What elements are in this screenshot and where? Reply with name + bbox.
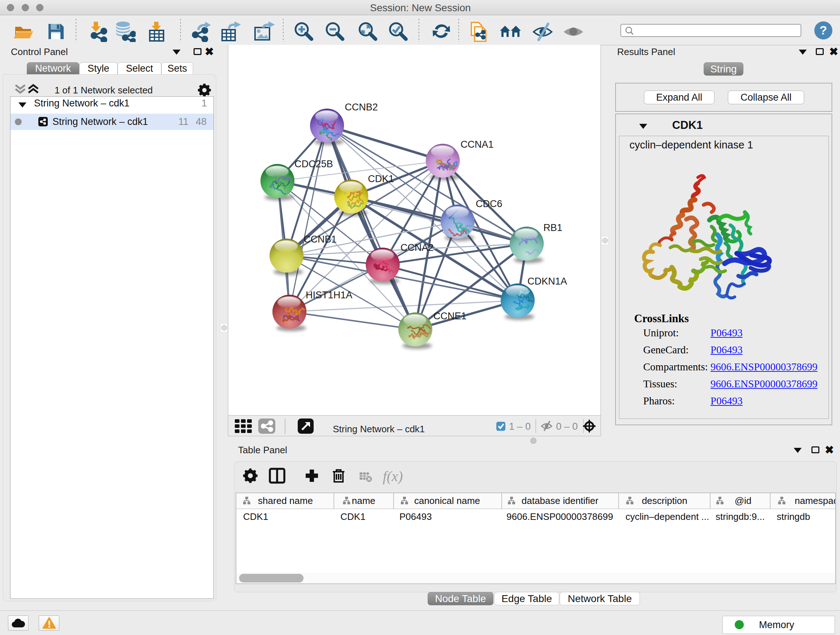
- svg-text:HIST1H1A: HIST1H1A: [306, 290, 352, 301]
- svg-text:?: ?: [820, 23, 827, 37]
- svg-text:1 – 0: 1 – 0: [509, 421, 531, 432]
- svg-text:CCNB1: CCNB1: [303, 234, 337, 245]
- svg-text:RB1: RB1: [543, 222, 562, 233]
- svg-text:CCNA2: CCNA2: [401, 242, 434, 253]
- svg-text:CDC25B: CDC25B: [294, 158, 333, 169]
- svg-text:@id: @id: [735, 495, 752, 506]
- svg-text:database identifier: database identifier: [522, 495, 599, 506]
- svg-text:stringdb:9...: stringdb:9...: [715, 511, 765, 522]
- svg-text:9606.ENSP00000378699: 9606.ENSP00000378699: [507, 511, 613, 522]
- svg-text:P06493: P06493: [399, 511, 432, 522]
- svg-text:canonical name: canonical name: [414, 495, 480, 506]
- svg-text:shared name: shared name: [258, 495, 313, 506]
- svg-text:0 – 0: 0 – 0: [556, 421, 578, 432]
- svg-text:cyclin–dependent ...: cyclin–dependent ...: [625, 511, 709, 522]
- svg-text:CCNA1: CCNA1: [461, 139, 494, 150]
- svg-text:CDK1: CDK1: [368, 173, 394, 184]
- svg-text:f(x): f(x): [383, 468, 403, 485]
- svg-text:CCNB2: CCNB2: [345, 102, 378, 112]
- svg-text:description: description: [642, 495, 687, 506]
- svg-text:CDK1: CDK1: [340, 511, 365, 522]
- svg-text:stringdb: stringdb: [777, 511, 810, 522]
- svg-text:namespace: namespace: [795, 495, 835, 506]
- svg-text:CDKN1A: CDKN1A: [527, 276, 567, 287]
- svg-text:name: name: [352, 495, 375, 506]
- svg-text:CDC6: CDC6: [476, 198, 502, 209]
- svg-text:CCNE1: CCNE1: [433, 310, 467, 321]
- svg-text:CDK1: CDK1: [243, 511, 268, 522]
